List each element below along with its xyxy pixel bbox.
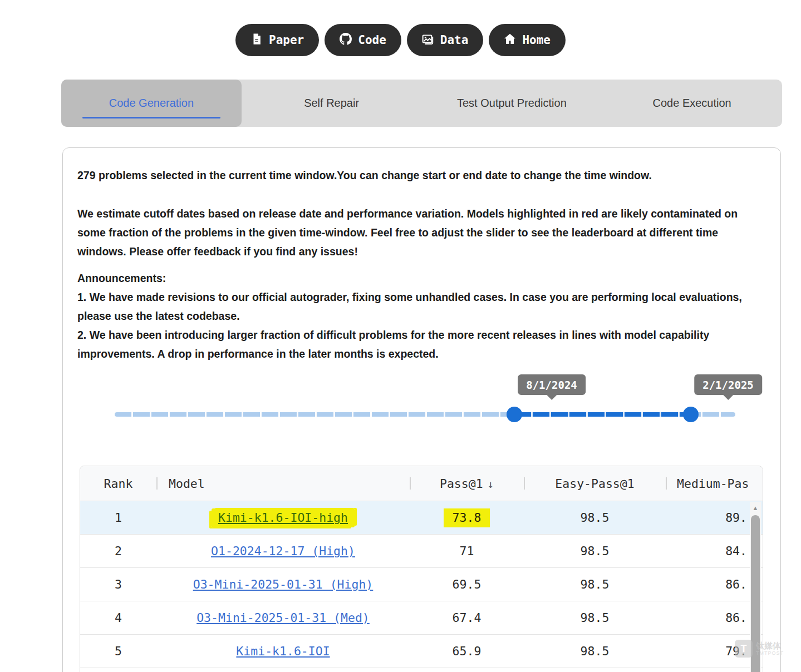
easy-pass1-cell: 98.5 bbox=[524, 644, 666, 658]
end-date-tooltip: 2/1/2025 bbox=[694, 374, 762, 395]
tab-code-generation[interactable]: Code Generation bbox=[61, 80, 242, 127]
scrollbar-up-arrow-icon[interactable]: ▲ bbox=[750, 502, 761, 514]
pass1-cell: 67.4 bbox=[410, 611, 524, 625]
easy-pass1-cell: 98.5 bbox=[524, 611, 666, 625]
table-row: 3 O3-Mini-2025-01-31 (High) 69.5 98.5 86… bbox=[80, 568, 763, 601]
medium-pass1-cell: 89. bbox=[666, 511, 763, 525]
problem-count-text: 279 problems selected in the current tim… bbox=[77, 166, 766, 185]
tab-test-output-prediction-label: Test Output Prediction bbox=[457, 97, 567, 110]
announcements-heading: Announcements: bbox=[77, 269, 766, 288]
leaderboard-tabs: Code Generation Self Repair Test Output … bbox=[61, 80, 782, 127]
table-scrollbar[interactable]: ▲ bbox=[750, 502, 761, 672]
code-button[interactable]: Code bbox=[325, 24, 401, 56]
slider-selected-range[interactable] bbox=[514, 412, 691, 417]
rank-cell: 5 bbox=[80, 644, 156, 658]
column-header-rank: Rank bbox=[80, 477, 156, 491]
model-link[interactable]: Kimi-k1.6-IOI bbox=[236, 644, 330, 658]
code-button-label: Code bbox=[358, 33, 386, 47]
home-button[interactable]: Home bbox=[489, 24, 566, 56]
data-button[interactable]: Data bbox=[407, 24, 484, 56]
table-row: 5 Kimi-k1.6-IOI 65.9 98.5 79. bbox=[80, 635, 763, 668]
table-header-row: Rank Model Pass@1↓ Easy-Pass@1 Medium-Pa… bbox=[80, 466, 763, 501]
pass1-cell: 69.5 bbox=[410, 577, 524, 591]
github-icon bbox=[340, 33, 352, 48]
rank-cell: 2 bbox=[80, 544, 156, 558]
easy-pass1-cell: 98.5 bbox=[524, 544, 666, 558]
medium-pass1-cell: 79. bbox=[666, 644, 763, 658]
data-icon bbox=[422, 33, 434, 48]
model-link[interactable]: O1-2024-12-17 (High) bbox=[211, 544, 355, 558]
announcement-item-2: 2. We have been introducing larger fract… bbox=[77, 325, 766, 363]
data-button-label: Data bbox=[440, 33, 469, 47]
pass1-header-label: Pass@1 bbox=[440, 477, 483, 491]
announcement-item-1: 1. We have made revisions to our officia… bbox=[77, 288, 766, 325]
medium-pass1-cell: 86. bbox=[666, 611, 763, 625]
medium-pass1-cell: 86. bbox=[666, 577, 763, 591]
rank-cell: 1 bbox=[80, 511, 156, 525]
table-row: 4 O3-Mini-2025-01-31 (Med) 67.4 98.5 86. bbox=[80, 601, 763, 635]
paper-button[interactable]: Paper bbox=[235, 24, 319, 56]
tab-code-execution-label: Code Execution bbox=[653, 97, 731, 110]
model-link[interactable]: Kimi-k1.6-IOI-high bbox=[212, 508, 355, 527]
start-date-tooltip: 8/1/2024 bbox=[518, 374, 586, 395]
tab-test-output-prediction[interactable]: Test Output Prediction bbox=[422, 80, 602, 127]
start-date-value: 8/1/2024 bbox=[526, 379, 577, 391]
easy-pass1-cell: 98.5 bbox=[524, 511, 666, 525]
table-row: 1 Kimi-k1.6-IOI-high 73.8 98.5 89. bbox=[80, 501, 763, 535]
column-header-medium-pass1: Medium-Pas bbox=[666, 477, 763, 491]
column-header-model: Model bbox=[156, 477, 410, 491]
contamination-note-text: We estimate cutoff dates based on releas… bbox=[77, 204, 766, 261]
tab-code-execution[interactable]: Code Execution bbox=[602, 80, 782, 127]
home-icon bbox=[504, 33, 516, 48]
easy-pass1-cell: 98.5 bbox=[524, 577, 666, 591]
rank-cell: 3 bbox=[80, 577, 156, 591]
paper-button-label: Paper bbox=[269, 33, 304, 47]
top-nav: Paper Code Data Home bbox=[0, 24, 801, 56]
medium-pass1-cell: 84. bbox=[666, 544, 763, 558]
pass1-cell: 71 bbox=[410, 544, 524, 558]
scrollbar-thumb[interactable] bbox=[751, 515, 760, 672]
leaderboard-table: Rank Model Pass@1↓ Easy-Pass@1 Medium-Pa… bbox=[80, 466, 763, 672]
column-header-pass1[interactable]: Pass@1↓ bbox=[410, 477, 524, 491]
model-link[interactable]: O3-Mini-2025-01-31 (High) bbox=[193, 577, 374, 591]
tab-code-generation-label: Code Generation bbox=[109, 97, 194, 110]
end-date-value: 2/1/2025 bbox=[702, 379, 754, 391]
sort-desc-icon[interactable]: ↓ bbox=[488, 478, 494, 490]
slider-end-handle[interactable] bbox=[683, 407, 699, 422]
slider-start-handle[interactable] bbox=[507, 407, 522, 422]
pass1-cell: 65.9 bbox=[410, 644, 524, 658]
home-button-label: Home bbox=[522, 33, 551, 47]
table-row: 2 O1-2024-12-17 (High) 71 98.5 84. bbox=[80, 535, 763, 568]
tab-self-repair[interactable]: Self Repair bbox=[242, 80, 422, 127]
paper-icon bbox=[250, 33, 263, 48]
model-link[interactable]: O3-Mini-2025-01-31 (Med) bbox=[196, 611, 370, 625]
tab-self-repair-label: Self Repair bbox=[304, 97, 359, 110]
column-header-easy-pass1: Easy-Pass@1 bbox=[524, 477, 666, 491]
rank-cell: 4 bbox=[80, 611, 156, 625]
date-range-slider: 8/1/2024 2/1/2025 bbox=[77, 374, 766, 436]
pass1-cell: 73.8 bbox=[444, 508, 490, 527]
